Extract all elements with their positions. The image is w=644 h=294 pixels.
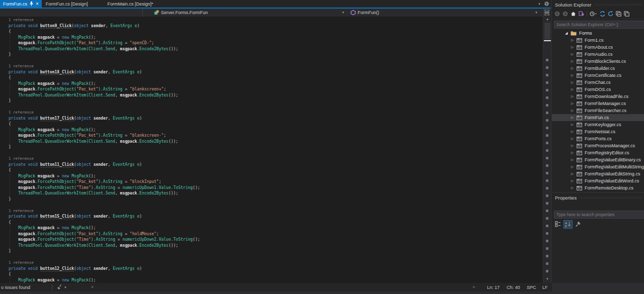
wrench-icon[interactable] [574,221,582,228]
categorized-icon[interactable] [554,221,562,228]
tree-item[interactable]: ▷ FormRemoteDesktop.cs [552,184,644,191]
show-all-files-icon[interactable] [624,11,629,17]
back-icon[interactable] [554,11,560,17]
tab-formmain-design[interactable]: FormMain.cs [Design]* [103,0,157,8]
gear-icon[interactable] [544,1,549,7]
tree-item[interactable]: ▷ Form1.cs [552,37,644,44]
chevron-collapsed-icon[interactable]: ▷ [571,172,576,176]
chevron-collapsed-icon[interactable]: ▷ [571,151,576,155]
code-line: MsgPack msgpack = new MsgPack(); [0,127,543,133]
scroll-down-icon[interactable]: ▼ [543,277,551,280]
tree-item[interactable]: ▷ FormFun.cs [552,114,644,121]
tree-item[interactable]: ▷ FormChat.cs [552,79,644,86]
tree-item-label: FormRegValueEditString.cs [585,171,640,176]
collapse-all-icon[interactable] [616,11,621,17]
code-editor[interactable]: 1 referenceprivate void button9_Click(ob… [0,17,543,283]
chevron-collapsed-icon[interactable]: ▷ [571,109,576,113]
tree-item[interactable]: ▷ FormPorts.cs [552,135,644,142]
tree-item-label: FormFileManager.cs [585,101,626,106]
chevron-collapsed-icon[interactable]: ▷ [571,165,576,169]
chevron-collapsed-icon[interactable]: ▷ [571,144,576,148]
chevron-collapsed-icon[interactable]: ▷ [571,80,576,84]
code-cleanup-icon[interactable]: ▼ [57,284,67,290]
tree-item[interactable]: ▷ FormCertificate.cs [552,72,644,79]
chevron-collapsed-icon[interactable]: ▷ [571,59,576,63]
tree-item[interactable]: ▷ FormNetstat.cs [552,128,644,135]
split-editor-icon[interactable] [543,9,550,16]
code-line: { [0,220,543,226]
chevron-collapsed-icon[interactable]: ▷ [571,158,576,162]
chevron-down-icon: ▼ [535,11,538,14]
tree-folder-forms[interactable]: ◢ Forms [552,30,644,37]
tab-formfun-cs[interactable]: FormFun.cs × [0,0,42,8]
status-column-number[interactable]: Ch: 40 [507,285,520,290]
tree-item[interactable]: ▷ FormAbout.cs [552,44,644,51]
scroll-up-icon[interactable]: ▲ [543,18,551,21]
editor-vertical-scrollbar[interactable]: ▲ ▼ [543,17,551,283]
pending-changes-filter-icon[interactable] [590,11,597,17]
member-dropdown[interactable]: FormFun() ▼ [348,9,544,17]
status-line-ending[interactable]: LF [542,285,548,290]
chevron-collapsed-icon[interactable]: ▷ [571,116,576,120]
chevron-collapsed-icon[interactable]: ▷ [571,137,576,141]
code-line: MsgPack msgpack = new MsgPack(); [0,35,543,41]
scrollbar-thumb[interactable] [544,23,550,40]
tree-item[interactable]: ▷ FormRegValueEditBinary.cs [552,156,644,163]
refresh-icon[interactable] [608,11,613,17]
project-dropdown[interactable] [0,9,143,17]
tree-item[interactable]: ▷ FormFileSearcher.cs [552,107,644,114]
code-line: msgpack.ForcePathObject("Time").AsString… [0,185,543,191]
scrollbar-mark [546,210,548,212]
tree-item[interactable]: ▷ FormFileManager.cs [552,100,644,107]
chevron-collapsed-icon[interactable]: ▷ [571,38,576,42]
tree-item-label: FormRegistryEditor.cs [585,150,629,155]
status-indentation-mode[interactable]: SPC [527,285,536,290]
alphabetical-sort-icon[interactable]: AZ [564,220,573,229]
chevron-collapsed-icon[interactable]: ▷ [571,73,576,77]
tree-item-label: FormRemoteDesktop.cs [585,185,633,190]
tree-item[interactable]: ▷ FormBuilder.cs [552,65,644,72]
chevron-collapsed-icon[interactable]: ▷ [571,94,576,99]
tree-item[interactable]: ▷ FormDownloadFile.cs [552,93,644,100]
chevron-collapsed-icon[interactable]: ▷ [571,186,576,190]
chevron-collapsed-icon[interactable]: ▷ [571,123,576,127]
issues-status[interactable]: o issues found [1,285,30,290]
properties-search-input[interactable] [554,211,644,219]
tree-item[interactable]: ▷ FormBlockClients.cs [552,58,644,65]
chevron-collapsed-icon[interactable]: ▷ [571,102,576,106]
tree-item[interactable]: ▷ FormRegValueEditString.cs [552,170,644,177]
tree-item[interactable]: ▷ FormRegistryEditor.cs [552,149,644,156]
chevron-collapsed-icon[interactable]: ▷ [571,45,576,49]
chevron-collapsed-icon[interactable]: ▷ [571,130,576,134]
title-grip [594,4,642,6]
tree-item[interactable]: ▷ FormKeylogger.cs [552,121,644,128]
tree-item-label: FormAbout.cs [585,45,613,50]
pin-icon[interactable] [30,2,33,6]
document-list-chevron-icon[interactable]: ▼ [538,3,541,6]
solution-explorer-search-input[interactable] [554,21,644,29]
chevron-collapsed-icon[interactable]: ▷ [571,87,576,91]
chevron-collapsed-icon[interactable]: ▷ [571,52,576,56]
tab-formfun-design[interactable]: FormFun.cs [Design] [42,0,92,8]
status-line-number[interactable]: Ln: 17 [487,285,500,290]
navigation-bar: Server.Forms.FormFun ▼ FormFun() ▼ [0,9,551,17]
home-icon[interactable] [571,11,576,17]
tree-item[interactable]: ▷ FormRegValueEditWord.cs [552,177,644,184]
forward-icon[interactable] [562,11,568,17]
window-bottom-strip [0,291,552,294]
tree-item[interactable]: ▷ FormRegValueEditMultiString.cs [552,163,644,170]
close-icon[interactable]: × [36,2,39,6]
chevron-collapsed-icon[interactable]: ▷ [571,66,576,70]
chevron-expanded-icon[interactable]: ◢ [565,31,570,35]
sync-icon[interactable] [600,11,605,17]
tree-item[interactable]: ▷ FormDOS.cs [552,86,644,93]
chevron-down-icon: ▼ [64,286,67,289]
sync-with-active-document-icon[interactable] [579,11,584,17]
type-dropdown[interactable]: Server.Forms.FormFun ▼ [143,9,358,17]
form-file-icon [577,102,582,106]
chevron-collapsed-icon[interactable]: ▷ [571,179,576,183]
tree-item[interactable]: ▷ FormAudio.cs [552,51,644,58]
form-file-icon [577,59,582,64]
tree-item[interactable]: ▷ FormProcessManager.cs [552,142,644,149]
status-bar-right-zone [552,283,644,294]
